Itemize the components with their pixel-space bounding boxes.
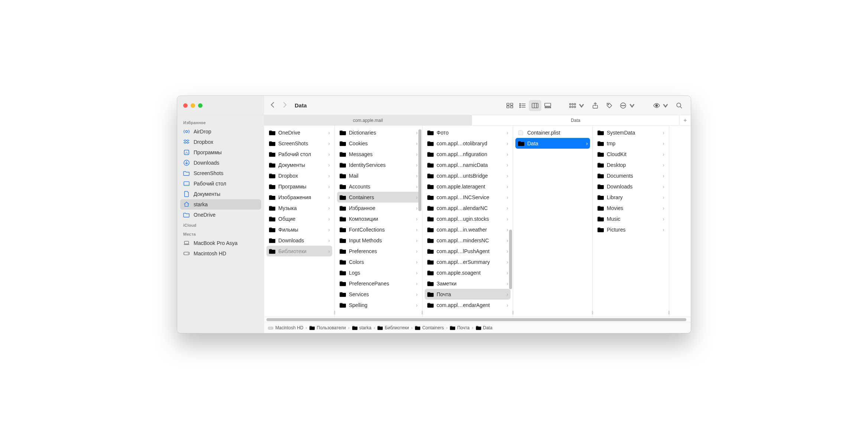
folder-row[interactable]: Desktop› <box>595 159 667 170</box>
folder-row[interactable]: Input Methods› <box>337 235 420 246</box>
tags-button[interactable] <box>603 100 616 111</box>
tab-inactive[interactable]: com.apple.mail <box>264 115 472 125</box>
folder-row[interactable]: Pictures› <box>595 224 667 235</box>
folder-row[interactable]: Spelling› <box>337 300 420 310</box>
folder-row[interactable]: Рабочий стол› <box>266 149 332 159</box>
path-segment[interactable]: Macintosh HD <box>268 325 303 330</box>
sidebar-item[interactable]: OneDrive <box>180 210 261 220</box>
folder-row[interactable]: Dictionaries› <box>337 127 420 138</box>
folder-row[interactable]: com.apple.soagent› <box>425 267 511 278</box>
folder-row[interactable]: Фото› <box>425 127 511 138</box>
folder-row[interactable]: Избранное› <box>337 203 420 213</box>
vertical-scrollbar[interactable] <box>418 126 421 317</box>
sidebar-item-label: Программы <box>194 149 222 155</box>
nav-back-button[interactable] <box>269 101 276 109</box>
folder-row[interactable]: com.appl…mindersNC› <box>425 235 511 246</box>
sidebar-item[interactable]: MacBook Pro Asya <box>180 238 261 248</box>
folder-row[interactable]: Mail› <box>337 170 420 181</box>
folder-row[interactable]: IdentityServices› <box>337 159 420 170</box>
folder-row[interactable]: Containers› <box>337 192 420 203</box>
folder-row[interactable]: Композиции› <box>337 213 420 224</box>
folder-row[interactable]: Программы› <box>266 181 332 192</box>
folder-row[interactable]: PreferencePanes› <box>337 278 420 289</box>
sidebar-item[interactable]: Документы <box>180 189 261 199</box>
folder-row[interactable]: com.appl…erSummary› <box>425 256 511 267</box>
zoom-button[interactable] <box>198 103 203 108</box>
sidebar-item[interactable]: Downloads <box>180 158 261 168</box>
folder-row[interactable]: Заметки› <box>425 278 511 289</box>
path-segment[interactable]: Пользователи <box>309 325 346 330</box>
view-icons-button[interactable] <box>503 100 516 111</box>
folder-row[interactable]: Movies› <box>595 203 667 213</box>
folder-row[interactable]: com.appl…lPushAgent› <box>425 246 511 256</box>
minimize-button[interactable] <box>191 103 195 108</box>
folder-row[interactable]: tmp› <box>595 138 667 149</box>
sidebar-item[interactable]: AПрограммы <box>180 147 261 158</box>
folder-row[interactable]: Фильмы› <box>266 224 332 235</box>
folder-row[interactable]: Services› <box>337 289 420 300</box>
path-segment[interactable]: Почта <box>450 325 469 330</box>
sidebar-item[interactable]: AirDrop <box>180 126 261 137</box>
new-tab-button[interactable]: + <box>680 115 691 125</box>
sidebar-item[interactable]: starka <box>180 199 261 210</box>
folder-row[interactable]: Музыка› <box>266 203 332 213</box>
folder-row[interactable]: Общие› <box>266 213 332 224</box>
folder-row[interactable]: com.appl…otolibraryd› <box>425 138 511 149</box>
folder-row[interactable]: com.appl…in.weather› <box>425 224 511 235</box>
folder-row[interactable]: SystemData› <box>595 127 667 138</box>
tab-active[interactable]: Data <box>472 115 680 125</box>
folder-row[interactable]: Downloads› <box>595 181 667 192</box>
folder-row[interactable]: Документы› <box>266 159 332 170</box>
view-gallery-button[interactable] <box>541 100 554 111</box>
nav-forward-button[interactable] <box>281 101 288 109</box>
folder-row[interactable]: com.apple.lateragent› <box>425 181 511 192</box>
folder-row[interactable]: com.appl…nfiguration› <box>425 149 511 159</box>
folder-row[interactable]: Accounts› <box>337 181 420 192</box>
horizontal-scrollbar[interactable] <box>264 317 691 322</box>
folder-row[interactable]: Data› <box>515 138 590 149</box>
folder-row[interactable]: Documents› <box>595 170 667 181</box>
folder-row[interactable]: Библиотеки› <box>266 246 332 256</box>
folder-row[interactable]: com.appl…ugin.stocks› <box>425 213 511 224</box>
folder-row[interactable]: com.appl…INCService› <box>425 192 511 203</box>
close-button[interactable] <box>183 103 188 108</box>
view-columns-button[interactable] <box>529 100 541 111</box>
folder-row[interactable]: com.appl…alendarNC› <box>425 203 511 213</box>
sidebar-item[interactable]: Dropbox <box>180 137 261 147</box>
folder-row[interactable]: Downloads› <box>266 235 332 246</box>
folder-row[interactable]: com.appl…untsBridge› <box>425 170 511 181</box>
folder-row[interactable]: Library› <box>595 192 667 203</box>
folder-row[interactable]: Dropbox› <box>266 170 332 181</box>
folder-row[interactable]: Colors› <box>337 256 420 267</box>
folder-row[interactable]: com.appl…namicData› <box>425 159 511 170</box>
view-list-button[interactable] <box>516 100 529 111</box>
folder-icon <box>427 281 434 287</box>
folder-row[interactable]: Изображения› <box>266 192 332 203</box>
folder-row[interactable]: Logs› <box>337 267 420 278</box>
sidebar-item[interactable]: ScreenShots <box>180 168 261 178</box>
preview-toggle-button[interactable] <box>651 100 671 111</box>
search-button[interactable] <box>673 100 686 111</box>
file-row[interactable]: Container.plist <box>515 127 590 138</box>
folder-row[interactable]: OneDrive› <box>266 127 332 138</box>
folder-row[interactable]: com.appl…endarAgent› <box>425 300 511 310</box>
path-segment[interactable]: Data <box>476 325 492 330</box>
folder-row[interactable]: Preferences› <box>337 246 420 256</box>
path-segment[interactable]: starka <box>352 325 372 330</box>
folder-row[interactable]: CloudKit› <box>595 149 667 159</box>
folder-row[interactable]: ScreenShots› <box>266 138 332 149</box>
folder-row[interactable]: FontCollections› <box>337 224 420 235</box>
folder-row[interactable]: Почта› <box>425 289 511 300</box>
folder-row[interactable]: Cookies› <box>337 138 420 149</box>
folder-row[interactable]: Messages› <box>337 149 420 159</box>
group-by-button[interactable] <box>567 100 587 111</box>
sidebar-item[interactable]: Macintosh HD <box>180 248 261 259</box>
folder-row[interactable]: Music› <box>595 213 667 224</box>
share-button[interactable] <box>589 100 602 111</box>
vertical-scrollbar[interactable] <box>509 126 512 317</box>
path-segment[interactable]: Containers <box>415 325 444 330</box>
actions-button[interactable] <box>617 100 638 111</box>
sidebar-item[interactable]: Рабочий стол <box>180 178 261 189</box>
path-segment[interactable]: Библиотеки <box>377 325 409 330</box>
column-resize-grip[interactable]: ‖ <box>668 310 670 314</box>
